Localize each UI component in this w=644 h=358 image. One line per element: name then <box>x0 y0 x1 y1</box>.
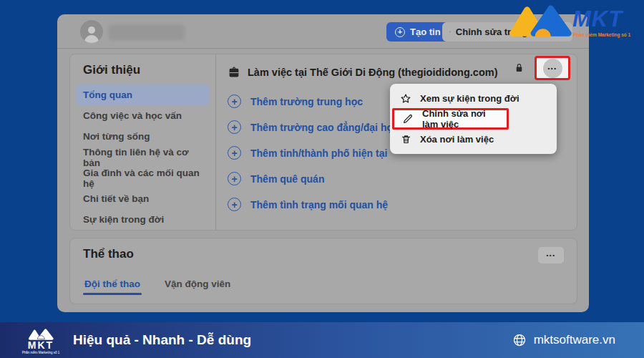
ellipsis-icon: ••• <box>548 65 557 72</box>
trash-icon <box>399 134 412 145</box>
footer-brand-tagline: Phần mềm Marketing số 1 <box>22 351 60 354</box>
work-options-highlight-box: ••• <box>535 56 570 80</box>
plus-circle-icon: + <box>228 198 241 211</box>
menu-item-delete-workplace[interactable]: Xóa nơi làm việc <box>390 130 557 149</box>
sidebar-item-details-about-you[interactable]: Chi tiết về bạn <box>76 188 210 209</box>
add-link-label: Thêm tình trạng mối quan hệ <box>250 199 388 211</box>
create-story-button[interactable]: + Tạo tin <box>386 22 449 42</box>
person-icon <box>83 24 100 43</box>
about-title: Giới thiệu <box>83 63 210 77</box>
footer-website-text: mktsoftware.vn <box>534 333 615 347</box>
work-options-menu: Xem sự kiện trong đời Chỉnh sửa nơi làm … <box>390 84 557 154</box>
menu-item-label: Chỉnh sửa nơi làm việc <box>422 108 499 130</box>
sidebar-item-family-relationships[interactable]: Gia đình và các mối quan hệ <box>76 168 210 188</box>
mkt-watermark: MKT Phần mềm Marketing số 1 <box>503 1 644 44</box>
plus-circle-icon: + <box>228 146 241 160</box>
about-sidebar: Giới thiệu Tổng quan Công việc và học vấ… <box>70 54 216 230</box>
facebook-profile-page: + Tạo tin Chỉnh sửa trang cá nhân Giới t… <box>57 14 589 312</box>
add-link-label: Thêm tỉnh/thành phố hiện tại <box>250 147 387 159</box>
work-entry-row: Làm việc tại Thế Giới Di Động (thegioidi… <box>228 62 577 83</box>
footer-website-link[interactable]: mktsoftware.vn <box>512 333 615 347</box>
footer-brand-name: MKT <box>28 340 54 350</box>
mkt-brand-tagline: Phần mềm Marketing số 1 <box>573 32 630 37</box>
menu-item-edit-workplace[interactable]: Chỉnh sửa nơi làm việc <box>392 108 509 130</box>
add-link-label: Thêm trường cao đẳng/đại học <box>250 122 399 133</box>
blurred-username <box>109 24 185 40</box>
plus-circle-icon: + <box>228 95 241 108</box>
sports-title: Thể thao <box>83 247 134 261</box>
plus-circle-icon: + <box>228 120 241 134</box>
add-link-label: Thêm quê quán <box>250 173 324 185</box>
add-link-label: Thêm trường trung học <box>250 96 363 107</box>
tab-athletes[interactable]: Vận động viên <box>163 279 232 301</box>
brand-footer-bar: MKT Phần mềm Marketing số 1 Hiệu quả - N… <box>0 322 644 358</box>
work-options-button[interactable]: ••• <box>543 59 562 78</box>
menu-item-see-life-event[interactable]: Xem sự kiện trong đời <box>390 89 557 108</box>
add-relationship-status-link[interactable]: + Thêm tình trạng mối quan hệ <box>228 198 577 211</box>
sidebar-item-overview[interactable]: Tổng quan <box>76 84 210 105</box>
create-story-label: Tạo tin <box>410 26 441 37</box>
add-hometown-link[interactable]: + Thêm quê quán <box>228 172 577 185</box>
mkt-mountains-icon <box>507 2 573 42</box>
sidebar-item-work-education[interactable]: Công việc và học vấn <box>76 105 210 126</box>
sidebar-item-places-lived[interactable]: Nơi từng sống <box>76 126 210 147</box>
star-icon <box>399 93 412 105</box>
footer-slogan: Hiệu quả - Nhanh - Dễ dùng <box>73 332 251 348</box>
sidebar-item-life-events[interactable]: Sự kiện trong đời <box>76 209 210 230</box>
avatar[interactable] <box>80 20 103 43</box>
pencil-icon <box>401 113 414 125</box>
work-entry-text: Làm việc tại Thế Giới Di Động (thegioidi… <box>248 67 497 78</box>
sidebar-item-contact-basic-info[interactable]: Thông tin liên hệ và cơ bản <box>76 147 210 168</box>
sports-options-button[interactable]: ••• <box>538 247 564 263</box>
tab-sports-teams[interactable]: Đội thể thao <box>83 279 142 301</box>
globe-icon <box>512 333 527 347</box>
sports-tabs: Đội thể thao Vận động viên <box>83 279 232 301</box>
menu-item-label: Xóa nơi làm việc <box>420 134 494 145</box>
ellipsis-icon: ••• <box>547 252 556 258</box>
footer-mkt-logo: MKT Phần mềm Marketing số 1 <box>19 326 63 354</box>
plus-icon: + <box>395 27 405 37</box>
lock-icon <box>514 62 524 76</box>
pencil-icon <box>449 27 451 37</box>
sports-card: Thể thao ••• Đội thể thao Vận động viên <box>69 238 577 304</box>
menu-item-label: Xem sự kiện trong đời <box>420 93 519 104</box>
plus-circle-icon: + <box>228 172 241 185</box>
briefcase-icon <box>228 66 240 79</box>
mkt-brand-name: MKT <box>572 6 623 32</box>
